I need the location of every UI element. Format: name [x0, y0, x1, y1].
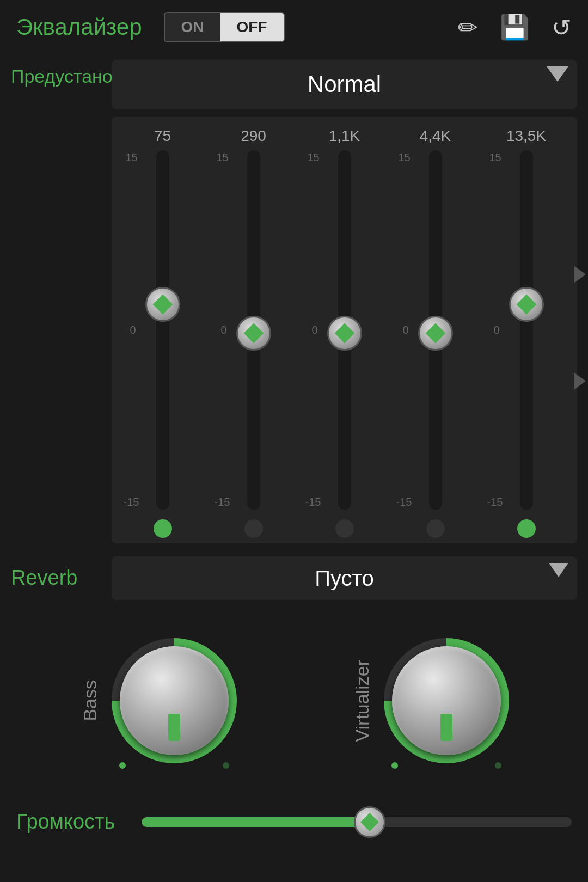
band-0-slider[interactable]: 15 0 -15 — [146, 150, 179, 510]
band-0-indicator — [154, 519, 172, 538]
band-2-mark-bot: -15 — [305, 496, 321, 509]
band-1-mark-mid: 0 — [221, 324, 227, 336]
virtualizer-knob-tick-left — [391, 762, 398, 769]
virtualizer-knob-indicator — [440, 714, 452, 741]
band-4-freq: 13,5K — [506, 127, 546, 145]
band-3-handle[interactable] — [418, 316, 453, 351]
virtualizer-knob-tick-right — [495, 762, 501, 769]
volume-handle[interactable] — [354, 806, 385, 838]
pencil-button[interactable]: ✏ — [458, 13, 478, 41]
preset-dropdown-arrow — [547, 66, 568, 82]
band-4-handle[interactable] — [509, 287, 544, 322]
bass-knob-inner — [120, 646, 229, 755]
band-2-mark-mid: 0 — [312, 324, 318, 336]
reverb-selector[interactable]: Пусто — [112, 556, 577, 600]
eq-side-arrow-top — [574, 266, 586, 283]
band-2-slider[interactable]: 15 0 -15 — [328, 150, 361, 510]
volume-handle-indicator — [360, 813, 379, 831]
volume-label: Громкость — [16, 810, 125, 834]
bass-label: Bass — [79, 680, 101, 721]
volume-section: Громкость — [0, 801, 588, 842]
virtualizer-label: Virtualizer — [352, 660, 373, 742]
band-1-indicator — [244, 519, 263, 538]
band-4-slider[interactable]: 15 0 -15 — [510, 150, 543, 510]
eq-band-0: 75 15 0 -15 — [125, 127, 201, 538]
band-2-mark-top: 15 — [308, 151, 320, 164]
app-title: Эквалайзер — [16, 14, 142, 40]
undo-button[interactable]: ↺ — [552, 13, 572, 41]
save-button[interactable]: 💾 — [500, 13, 530, 41]
band-0-mark-top: 15 — [126, 151, 138, 164]
toggle-on-button[interactable]: ON — [165, 13, 220, 41]
eq-label-spacer — [11, 117, 112, 543]
undo-icon: ↺ — [552, 14, 572, 41]
band-3-indicator — [426, 519, 445, 538]
band-1-freq: 290 — [241, 127, 266, 145]
band-0-handle[interactable] — [145, 287, 180, 322]
band-1-mark-bot: -15 — [215, 496, 230, 509]
save-icon: 💾 — [500, 13, 530, 41]
band-3-mark-top: 15 — [399, 151, 411, 164]
band-1-mark-top: 15 — [217, 151, 229, 164]
bass-knob-indicator — [168, 714, 180, 741]
bass-knob-outer[interactable] — [112, 638, 237, 763]
header-icons: ✏ 💾 ↺ — [458, 13, 572, 41]
header: Эквалайзер ON OFF ✏ 💾 ↺ — [0, 0, 588, 54]
eq-side-arrow-bot — [574, 372, 586, 390]
reverb-dropdown-arrow — [549, 563, 568, 577]
band-3-freq: 4,4K — [420, 127, 451, 145]
band-1-slider[interactable]: 15 0 -15 — [237, 150, 270, 510]
eq-band-3: 4,4K 15 0 -15 — [397, 127, 474, 538]
toggle-off-button[interactable]: OFF — [220, 13, 284, 41]
band-0-freq: 75 — [154, 127, 171, 145]
eq-band-1: 290 15 0 -15 — [216, 127, 292, 538]
band-2-handle[interactable] — [327, 316, 362, 351]
eq-band-2: 1,1K 15 0 -15 — [307, 127, 383, 538]
band-4-mark-top: 15 — [489, 151, 501, 164]
eq-panel: 75 15 0 -15 290 15 0 — [112, 117, 577, 543]
virtualizer-knob-group: Virtualizer — [352, 638, 509, 763]
volume-slider[interactable] — [142, 816, 572, 829]
bass-knob-container — [112, 638, 237, 763]
band-0-handle-indicator — [152, 294, 173, 314]
virtualizer-knob-container — [384, 638, 509, 763]
band-4-mark-bot: -15 — [487, 496, 503, 509]
band-4-handle-indicator — [516, 294, 536, 314]
bass-knob-group: Bass — [79, 638, 237, 763]
band-3-slider[interactable]: 15 0 -15 — [419, 150, 452, 510]
reverb-label: Reverb — [11, 556, 112, 590]
bass-knob-tick-right — [223, 762, 229, 769]
reverb-name: Пусто — [315, 566, 373, 591]
band-3-mark-mid: 0 — [403, 324, 409, 336]
band-2-indicator — [335, 519, 354, 538]
band-1-handle[interactable] — [236, 316, 271, 351]
band-3-mark-bot: -15 — [396, 496, 412, 509]
presets-label: Предустановки — [11, 60, 112, 88]
band-4-mark-mid: 0 — [494, 324, 500, 336]
reverb-section: Reverb Пусто — [0, 556, 588, 600]
virtualizer-knob-inner — [392, 646, 501, 755]
pencil-icon: ✏ — [458, 14, 478, 41]
eq-section: 75 15 0 -15 290 15 0 — [11, 117, 577, 543]
eq-sliders: 75 15 0 -15 290 15 0 — [117, 127, 572, 530]
band-0-mark-mid: 0 — [130, 324, 136, 336]
band-4-indicator — [517, 519, 536, 538]
band-0-mark-bot: -15 — [124, 496, 139, 509]
knobs-section: Bass Virtualizer — [0, 600, 588, 796]
band-3-handle-indicator — [425, 323, 445, 343]
band-2-handle-indicator — [334, 323, 354, 343]
preset-name: Normal — [308, 71, 381, 97]
band-2-freq: 1,1K — [329, 127, 360, 145]
band-0-track — [156, 150, 169, 510]
volume-fill — [142, 817, 370, 827]
bass-knob-tick-left — [119, 762, 126, 769]
preset-selector[interactable]: Normal — [112, 60, 577, 109]
virtualizer-knob-outer[interactable] — [384, 638, 509, 763]
band-1-handle-indicator — [243, 323, 264, 343]
band-4-track — [520, 150, 533, 510]
presets-section: Предустановки Normal — [0, 60, 588, 109]
eq-toggle-group: ON OFF — [164, 12, 285, 42]
eq-band-4: 13,5K 15 0 -15 — [488, 127, 565, 538]
